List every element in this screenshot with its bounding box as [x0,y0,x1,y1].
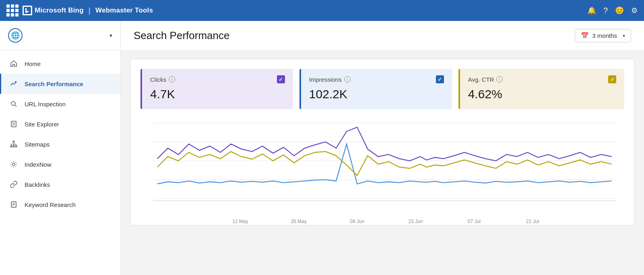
chart-x-labels: 12 May 26 May 09 Jun 23 Jun 07 Jul 21 Ju… [140,217,624,224]
stats-cards: Clicks i ✓ 4.7K Impressions i ✓ [140,69,624,109]
content-header: Search Performance 📅 3 months ▾ [121,21,644,51]
svg-rect-10 [15,146,17,147]
avg-ctr-info-icon[interactable]: i [496,76,503,83]
sidebar-item-sitemaps-label: Sitemaps [25,141,50,148]
sidebar-item-site-explorer[interactable]: Site Explorer [0,114,120,134]
avg-ctr-label: Avg. CTR i [468,76,503,83]
bing-logo-icon [23,6,32,15]
x-label-2: 26 May [270,219,328,224]
topbar-left: Microsoft Bing | Webmaster Tools [6,4,153,17]
sidebar-item-home[interactable]: Home [0,54,120,74]
svg-point-1 [11,101,15,105]
clicks-info-icon[interactable]: i [169,76,175,83]
home-icon [9,59,18,68]
sidebar-item-search-performance-label: Search Performance [25,81,83,87]
impressions-label: Impressions i [309,76,351,83]
clicks-label: Clicks i [150,76,175,83]
date-filter-button[interactable]: 📅 3 months ▾ [575,29,631,42]
sidebar-nav: Home Search Performance [0,50,120,275]
svg-rect-9 [13,146,14,147]
globe-icon: 🌐 [8,28,23,43]
topbar: Microsoft Bing | Webmaster Tools 🔔 ? 😊 ⚙ [0,0,644,21]
site-selector[interactable]: 🌐 ▾ [0,21,120,50]
sidebar-item-url-inspection[interactable]: URL Inspection [0,94,120,114]
sidebar-item-indexnow-label: IndexNow [25,161,52,168]
sidebar-item-url-inspection-label: URL Inspection [25,101,66,108]
account-icon[interactable]: 😊 [615,6,624,15]
trend-icon [9,79,18,88]
brand-divider: | [89,6,91,15]
stat-card-impressions-header: Impressions i ✓ [309,75,444,83]
sidebar-item-sitemaps[interactable]: Sitemaps [0,134,120,154]
topbar-right: 🔔 ? 😊 ⚙ [587,6,638,15]
x-label-1: 12 May [211,219,269,224]
sidebar-item-indexnow[interactable]: IndexNow [0,154,120,174]
clicks-checkbox[interactable]: ✓ [277,75,285,83]
sidebar-item-backlinks-label: Backlinks [25,181,50,188]
stat-card-clicks: Clicks i ✓ 4.7K [140,69,293,109]
sidebar: 🌐 ▾ Home Search Performan [0,21,121,275]
date-filter-label: 3 months [592,32,617,39]
impressions-checkbox[interactable]: ✓ [436,75,444,83]
content-area: Search Performance 📅 3 months ▾ Clicks i… [121,21,644,275]
document-icon [9,120,18,128]
avg-ctr-checkbox[interactable]: ✓ [608,75,616,83]
stat-card-avg-ctr: Avg. CTR i ✓ 4.62% [458,69,624,109]
stats-container: Clicks i ✓ 4.7K Impressions i ✓ [130,59,634,225]
bing-logo: Microsoft Bing | Webmaster Tools [23,6,153,15]
gear-icon [9,160,18,169]
sidebar-item-site-explorer-label: Site Explorer [25,121,59,128]
stat-card-impressions: Impressions i ✓ 102.2K [299,69,452,109]
clicks-value: 4.7K [150,87,285,101]
x-label-4: 23 Jun [386,219,445,224]
avg-ctr-value: 4.62% [468,87,616,101]
settings-icon[interactable]: ⚙ [631,6,638,15]
page-title: Search Performance [134,29,229,42]
chart-svg [140,119,624,215]
main-layout: 🌐 ▾ Home Search Performan [0,21,644,275]
svg-line-2 [15,105,17,107]
svg-rect-8 [10,146,12,147]
sidebar-item-home-label: Home [25,60,41,67]
x-label-0 [153,219,211,224]
svg-point-16 [12,163,15,165]
sidebar-item-backlinks[interactable]: Backlinks [0,174,120,194]
help-icon[interactable]: ? [603,6,608,15]
search-icon [9,99,18,108]
sitemap-icon [9,140,18,149]
impressions-value: 102.2K [309,87,444,101]
impressions-info-icon[interactable]: i [344,76,351,83]
date-filter-chevron-icon: ▾ [623,33,625,39]
product-name: Webmaster Tools [95,6,153,14]
chart-area: 12 May 26 May 09 Jun 23 Jun 07 Jul 21 Ju… [140,119,624,215]
x-label-6: 21 Jul [504,219,562,224]
x-label-5: 07 Jul [445,219,503,224]
link-icon [9,180,18,189]
svg-rect-0 [24,7,31,14]
calendar-icon: 📅 [581,32,589,39]
x-label-3: 09 Jun [328,219,386,224]
stat-card-avg-ctr-header: Avg. CTR i ✓ [468,75,616,83]
stat-card-clicks-header: Clicks i ✓ [150,75,285,83]
svg-rect-7 [13,141,14,142]
notification-icon[interactable]: 🔔 [587,6,596,15]
sidebar-item-search-performance[interactable]: Search Performance [0,74,120,94]
brand-name: Microsoft Bing [35,6,84,14]
sidebar-item-keyword-research-label: Keyword Research [25,201,76,208]
x-label-7 [562,219,620,224]
sidebar-chevron-icon: ▾ [109,32,112,39]
keyword-doc-icon [9,200,18,209]
apps-grid-icon[interactable] [6,4,19,17]
sidebar-item-keyword-research[interactable]: Keyword Research [0,194,120,215]
